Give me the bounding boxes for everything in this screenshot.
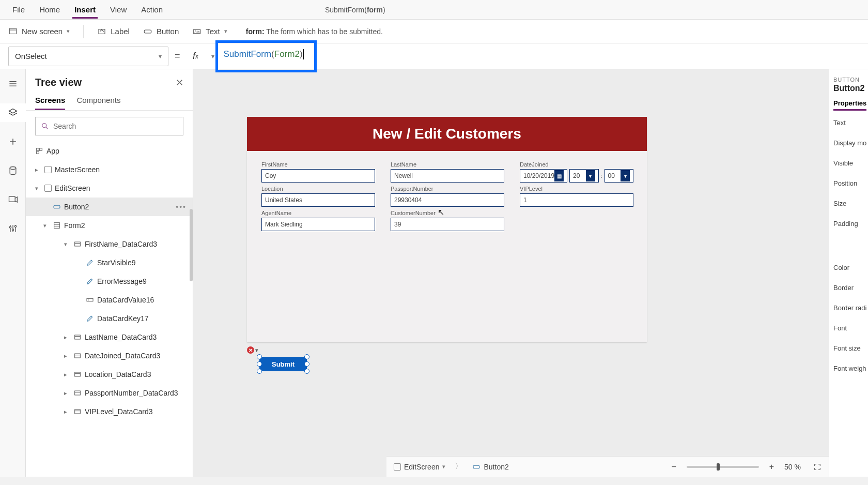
zoom-slider-thumb[interactable]: [717, 463, 720, 471]
tab-components[interactable]: Components: [76, 96, 120, 110]
resize-handle[interactable]: [257, 361, 262, 367]
tree-node-button2[interactable]: Button2 •••: [26, 198, 193, 216]
rail-tree-view[interactable]: [0, 103, 26, 122]
tree-node-vip-card[interactable]: ▸ VIPLevel_DataCard3: [26, 402, 193, 421]
rail-hamburger[interactable]: [0, 74, 26, 93]
rail-media[interactable]: [0, 190, 26, 209]
tree-node-firstname-card[interactable]: ▾ FirstName_DataCard3: [26, 235, 193, 253]
tree-node-masterscreen[interactable]: ▸ MasterScreen: [26, 160, 193, 179]
chevron-down-icon: ▾: [255, 347, 258, 354]
rail-insert[interactable]: [0, 132, 26, 151]
more-options-icon[interactable]: •••: [176, 203, 187, 211]
tree-node-app[interactable]: App: [26, 142, 193, 160]
app-icon: [35, 147, 43, 155]
input-passport[interactable]: [391, 193, 504, 207]
tree-node-location-card[interactable]: ▸ Location_DataCard3: [26, 365, 193, 384]
chevron-down-icon[interactable]: ▾: [211, 53, 214, 60]
button-icon: [143, 27, 152, 36]
input-agentname[interactable]: [261, 218, 375, 231]
tree-node-lastname-card[interactable]: ▸ LastName_DataCard3: [26, 328, 193, 346]
input-datejoined[interactable]: 10/20/2019 ▦: [520, 169, 567, 183]
media-icon: [8, 194, 18, 205]
tab-screens[interactable]: Screens: [35, 96, 65, 110]
insert-button-button[interactable]: Button: [143, 27, 179, 36]
insert-label-button[interactable]: Label: [97, 27, 130, 36]
prop-fontweight[interactable]: Font weigh: [833, 365, 864, 372]
app-screen[interactable]: New / Edit Customers FirstName LastName …: [247, 117, 647, 342]
scrollbar-thumb[interactable]: [190, 209, 193, 281]
resize-handle[interactable]: [257, 369, 262, 374]
formula-bar: OnSelect ▾ = fx ▾ SubmitForm(Form2): [0, 43, 868, 69]
tree-node-errormessage[interactable]: ErrorMessage9: [26, 272, 193, 291]
menu-view[interactable]: View: [103, 1, 134, 18]
tree-node-datejoined-card[interactable]: ▸ DateJoined_DataCard3: [26, 346, 193, 365]
calendar-icon[interactable]: ▦: [554, 170, 564, 181]
new-screen-button[interactable]: New screen ▾: [8, 27, 70, 36]
menu-home[interactable]: Home: [32, 1, 67, 18]
ribbon-bar: New screen ▾ Label Button Abc Text ▾ for…: [0, 20, 868, 43]
input-lastname[interactable]: [391, 169, 504, 183]
close-panel-button[interactable]: ✕: [176, 77, 183, 88]
left-rail: [0, 69, 26, 477]
zoom-out-button[interactable]: −: [668, 462, 679, 472]
prop-size[interactable]: Size: [833, 200, 864, 207]
prop-color[interactable]: Color: [833, 264, 864, 271]
property-selector[interactable]: OnSelect ▾: [8, 47, 168, 66]
menu-insert[interactable]: Insert: [67, 1, 103, 18]
fx-icon[interactable]: fx: [187, 47, 205, 66]
resize-handle[interactable]: [304, 361, 309, 367]
select-minute[interactable]: 00▾: [605, 169, 633, 183]
breadcrumb-screen[interactable]: EditScreen ▾: [394, 463, 445, 471]
chevron-right-icon: ▸: [64, 353, 70, 359]
input-firstname[interactable]: [261, 169, 375, 183]
input-customernumber[interactable]: [391, 218, 504, 231]
tree-node-starvisible[interactable]: StarVisible9: [26, 253, 193, 272]
tree-search-input[interactable]: [53, 122, 178, 130]
svg-rect-2: [144, 30, 151, 33]
tree-node-datacardvalue[interactable]: DataCardValue16: [26, 291, 193, 309]
menu-action[interactable]: Action: [134, 1, 170, 18]
tree-node-passport-card[interactable]: ▸ PassportNumber_DataCard3: [26, 384, 193, 402]
svg-point-8: [12, 229, 13, 231]
select-hour[interactable]: 20▾: [569, 169, 598, 183]
rail-advanced[interactable]: [0, 219, 26, 238]
prop-displaymode[interactable]: Display mo: [833, 139, 864, 147]
checkbox-icon: [44, 166, 52, 173]
prop-border[interactable]: Border: [833, 284, 864, 292]
resize-handle[interactable]: [304, 354, 309, 359]
submit-button[interactable]: Submit: [259, 357, 307, 371]
tree-node-datacardkey[interactable]: DataCardKey17: [26, 309, 193, 328]
search-icon: [41, 122, 49, 130]
prop-borderradius[interactable]: Border radi: [833, 304, 864, 312]
fit-screen-icon[interactable]: [813, 463, 822, 471]
tree-node-editscreen[interactable]: ▾ EditScreen: [26, 179, 193, 198]
prop-fontsize[interactable]: Font size: [833, 344, 864, 352]
prop-padding[interactable]: Padding: [833, 220, 864, 228]
tree-node-form2[interactable]: ▾ Form2: [26, 216, 193, 235]
field-agentname: AgentName: [261, 210, 375, 231]
design-canvas[interactable]: New / Edit Customers FirstName LastName …: [193, 69, 829, 477]
prop-position[interactable]: Position: [833, 179, 864, 187]
field-location: Location: [261, 186, 375, 207]
tree-list: App ▸ MasterScreen ▾ EditScreen Button2 …: [26, 142, 193, 477]
formula-input[interactable]: SubmitForm(Form2): [221, 47, 860, 66]
breadcrumb-control[interactable]: Button2: [472, 463, 508, 471]
rail-data[interactable]: [0, 161, 26, 180]
resize-handle[interactable]: [304, 369, 309, 374]
tab-properties[interactable]: Properties: [833, 99, 866, 111]
input-viplevel[interactable]: [520, 193, 633, 207]
datacard-icon: [73, 407, 82, 416]
prop-text[interactable]: Text: [833, 119, 864, 127]
svg-rect-17: [87, 298, 93, 301]
insert-text-button[interactable]: Abc Text ▾: [192, 27, 227, 36]
zoom-in-button[interactable]: +: [766, 462, 777, 472]
input-location[interactable]: [261, 193, 375, 207]
tree-search-box[interactable]: [35, 117, 183, 135]
prop-font[interactable]: Font: [833, 324, 864, 332]
resize-handle[interactable]: [257, 354, 262, 359]
zoom-slider[interactable]: [687, 466, 759, 468]
menu-file[interactable]: File: [5, 1, 32, 18]
prop-visible[interactable]: Visible: [833, 159, 864, 167]
tree-view-title: Tree view: [35, 77, 82, 88]
error-indicator[interactable]: ✕ ▾: [247, 346, 258, 354]
